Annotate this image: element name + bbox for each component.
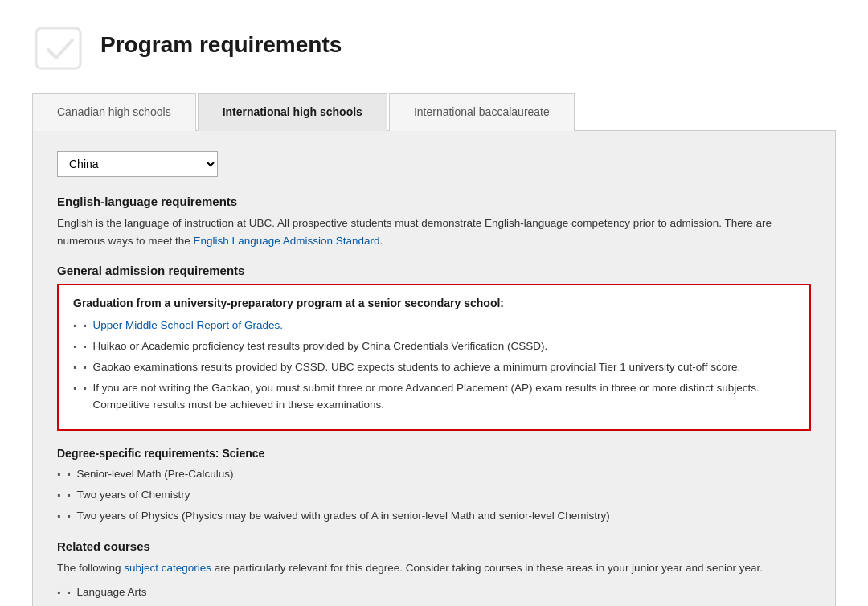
subject-categories-link[interactable]: subject categories bbox=[124, 562, 211, 574]
box-title: Graduation from a university-preparatory… bbox=[73, 297, 795, 309]
degree-title: Degree-specific requirements: Science bbox=[57, 447, 811, 460]
bullet-marker: ▪ bbox=[83, 360, 86, 375]
tabs-container: Canadian high schools International high… bbox=[32, 92, 836, 130]
header-area: Program requirements bbox=[32, 24, 836, 76]
degree-bullet-3-text: Two years of Physics (Physics may be wai… bbox=[77, 508, 610, 525]
bullet-marker: ▪ bbox=[83, 381, 86, 396]
general-bullet-2-text: Huikao or Academic proficiency test resu… bbox=[93, 338, 548, 355]
general-bullets-list: ▪ Upper Middle School Report of Grades. … bbox=[73, 317, 795, 414]
general-section-title: General admission requirements bbox=[57, 264, 811, 277]
related-body-start: The following bbox=[57, 562, 124, 574]
country-select[interactable]: China United States United Kingdom India… bbox=[57, 151, 218, 177]
bullet-marker: ▪ bbox=[67, 467, 70, 482]
degree-section: Degree-specific requirements: Science ▪ … bbox=[57, 447, 811, 525]
degree-bullet-1: ▪ Senior-level Math (Pre-Calculus) bbox=[57, 466, 811, 483]
degree-bullet-2-text: Two years of Chemistry bbox=[77, 487, 190, 504]
content-area: China United States United Kingdom India… bbox=[32, 130, 836, 606]
general-bullet-4: ▪ If you are not writing the Gaokao, you… bbox=[73, 380, 795, 414]
english-section-body: English is the language of instruction a… bbox=[57, 215, 811, 249]
tab-canadian[interactable]: Canadian high schools bbox=[32, 93, 196, 131]
degree-bullet-1-text: Senior-level Math (Pre-Calculus) bbox=[77, 466, 234, 483]
bullet-marker: ▪ bbox=[67, 585, 70, 600]
bullet-marker: ▪ bbox=[67, 488, 70, 503]
general-bullet-3-text: Gaokao examinations results provided by … bbox=[93, 359, 741, 376]
degree-bullet-2: ▪ Two years of Chemistry bbox=[57, 487, 811, 504]
dropdown-row: China United States United Kingdom India… bbox=[57, 151, 811, 177]
tab-ib[interactable]: International baccalaureate bbox=[389, 93, 575, 131]
english-body-start: English is the language of instruction a… bbox=[57, 217, 772, 247]
page-title: Program requirements bbox=[100, 24, 342, 58]
english-section-title: English-language requirements bbox=[57, 194, 811, 208]
related-body-end: are particularly relevant for this degre… bbox=[211, 562, 763, 574]
bullet-marker: ▪ bbox=[83, 318, 86, 334]
general-bullet-4-text: If you are not writing the Gaokao, you m… bbox=[93, 380, 795, 414]
degree-title-emphasis: Science bbox=[222, 447, 264, 460]
related-bullet-1: ▪ Language Arts bbox=[57, 584, 811, 601]
general-bullet-3: ▪ Gaokao examinations results provided b… bbox=[73, 359, 795, 376]
related-courses-title: Related courses bbox=[57, 539, 811, 553]
related-bullet-1-text: Language Arts bbox=[77, 584, 147, 601]
logo-icon bbox=[32, 24, 88, 76]
bullet-marker: ▪ bbox=[67, 509, 70, 524]
bullet-marker: ▪ bbox=[83, 339, 86, 354]
upper-middle-school-link[interactable]: Upper Middle School Report of Grades. bbox=[93, 319, 283, 331]
related-bullets-list: ▪ Language Arts ▪ Mathematics and Comput… bbox=[57, 584, 811, 606]
related-courses-body: The following subject categories are par… bbox=[57, 559, 811, 577]
english-standard-link[interactable]: English Language Admission Standard bbox=[194, 235, 380, 247]
degree-bullet-3: ▪ Two years of Physics (Physics may be w… bbox=[57, 508, 811, 525]
degree-title-prefix: Degree-specific requirements: bbox=[57, 447, 222, 460]
general-requirements-box: Graduation from a university-preparatory… bbox=[57, 284, 811, 431]
svg-rect-0 bbox=[36, 28, 80, 68]
degree-bullets-list: ▪ Senior-level Math (Pre-Calculus) ▪ Two… bbox=[57, 466, 811, 525]
general-bullet-1: ▪ Upper Middle School Report of Grades. bbox=[73, 317, 795, 334]
general-bullet-2: ▪ Huikao or Academic proficiency test re… bbox=[73, 338, 795, 355]
english-body-end: . bbox=[380, 235, 383, 247]
tab-international[interactable]: International high schools bbox=[198, 93, 387, 131]
